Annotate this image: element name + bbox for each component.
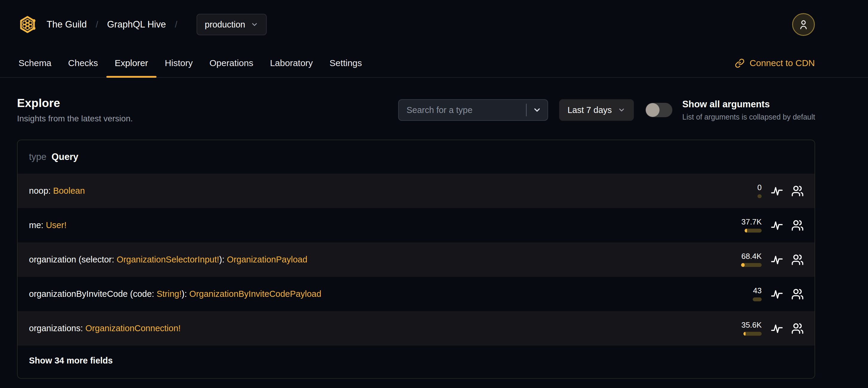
explorer-controls: Last 7 days Show all arguments List of a… [398,99,815,121]
field-signature: organizationByInviteCode (code: String!)… [29,289,753,299]
users-icon [791,322,804,335]
field-request-count: 0 [757,183,762,191]
field-return-type: User! [46,220,66,230]
app-header: The Guild / GraphQL Hive / production [0,0,868,49]
field-row-organizations: organizations: OrganizationConnection!35… [18,311,814,346]
field-signature: organization (selector: OrganizationSele… [29,255,741,265]
field-activity-button[interactable] [771,253,783,266]
toggle-note: List of arguments is collapsed by defaul… [682,113,815,121]
field-request-count: 43 [753,287,762,294]
field-signature: me: User! [29,220,741,230]
field-row-organization: organization (selector: OrganizationSele… [18,242,814,277]
field-list: noop: Boolean0me: User!37.7Korganization… [18,174,814,346]
field-activity-button[interactable] [771,322,783,335]
field-clients-button[interactable] [791,185,804,197]
field-clients-button[interactable] [791,219,804,232]
field-return-type: Boolean [53,186,85,196]
activity-pulse-icon [771,322,783,335]
breadcrumb-separator: / [175,20,177,30]
type-card-query: type Query noop: Boolean0me: User!37.7Ko… [17,140,815,379]
target-selector-value: production [205,20,245,30]
tab-laboratory[interactable]: Laboratory [262,49,321,77]
field-return-type: OrganizationConnection! [86,323,181,333]
users-icon [791,219,804,232]
breadcrumb: The Guild / GraphQL Hive / production [46,14,267,35]
explorer-page: Explore Insights from the latest version… [0,96,868,388]
field-row-organizationByInviteCode: organizationByInviteCode (code: String!)… [18,277,814,311]
field-stats: 43 [753,287,804,301]
chevron-down-icon [618,106,625,114]
period-selector[interactable]: Last 7 days [559,99,634,121]
breadcrumb-separator: / [96,20,98,30]
field-name: organization [29,255,76,264]
field-request-count: 37.7K [741,218,762,226]
usage-bar-fill [743,332,746,336]
tab-explorer[interactable]: Explorer [106,49,156,77]
tab-checks[interactable]: Checks [60,49,106,77]
link-icon [735,58,745,68]
field-stats: 35.6K [741,321,804,336]
argument-name: selector: [82,255,117,264]
tab-list: SchemaChecksExplorerHistoryOperationsLab… [10,49,370,77]
field-name: organizationByInviteCode [29,289,128,299]
connect-to-cdn-link[interactable]: Connect to CDN [735,49,815,77]
breadcrumb-organization[interactable]: The Guild [46,19,87,30]
tab-operations[interactable]: Operations [201,49,262,77]
type-card-header[interactable]: type Query [18,140,814,174]
field-row-noop: noop: Boolean0 [18,174,814,208]
field-request-count: 35.6K [741,321,762,329]
hive-logo[interactable] [19,15,36,34]
activity-pulse-icon [771,288,783,300]
show-all-arguments-control: Show all arguments List of arguments is … [646,99,815,121]
tab-schema[interactable]: Schema [10,49,60,77]
field-usage: 0 [757,183,762,198]
users-icon [791,185,804,197]
field-activity-button[interactable] [771,219,783,232]
chevron-down-icon[interactable] [533,106,541,115]
field-name: noop [29,186,49,196]
field-clients-button[interactable] [791,253,804,266]
field-stats: 68.4K [741,252,804,267]
show-all-arguments-toggle[interactable] [646,103,672,117]
type-search-combobox[interactable] [398,99,548,121]
combobox-divider [526,104,527,116]
breadcrumb-project[interactable]: GraphQL Hive [107,19,166,30]
tab-history[interactable]: History [156,49,201,77]
show-more-fields-button[interactable]: Show 34 more fields [18,346,814,378]
field-stats: 37.7K [741,218,804,233]
type-name: Query [52,152,79,162]
field-request-count: 68.4K [741,252,762,260]
field-signature: organizations: OrganizationConnection! [29,323,741,333]
user-menu-button[interactable] [792,13,815,36]
page-head: Explore Insights from the latest version… [17,96,815,123]
field-name: organizations [29,323,81,333]
activity-pulse-icon [771,185,783,197]
field-usage: 35.6K [741,321,762,336]
type-kind-label: type [29,152,46,162]
argument-type: OrganizationSelectorInput! [117,255,219,264]
field-return-type: OrganizationByInviteCodePayload [189,289,321,299]
toggle-label: Show all arguments [682,99,815,110]
users-icon [791,288,804,300]
field-activity-button[interactable] [771,288,783,300]
target-selector[interactable]: production [196,14,267,35]
activity-pulse-icon [771,219,783,232]
chevron-down-icon [251,21,258,28]
usage-bar-fill [745,229,747,233]
usage-bar [745,229,762,233]
field-name: me [29,220,41,230]
usage-bar [757,194,762,198]
field-row-me: me: User!37.7K [18,208,814,242]
field-activity-button[interactable] [771,185,783,197]
search-input[interactable] [406,105,524,115]
field-return-type: OrganizationPayload [227,255,307,264]
field-usage: 37.7K [741,218,762,233]
tab-settings[interactable]: Settings [321,49,370,77]
toggle-knob [646,103,659,117]
field-clients-button[interactable] [791,288,804,300]
usage-bar [743,332,762,336]
connect-to-cdn-label: Connect to CDN [750,58,815,68]
period-selector-value: Last 7 days [567,105,612,115]
page-subtitle: Insights from the latest version. [17,114,398,123]
field-clients-button[interactable] [791,322,804,335]
